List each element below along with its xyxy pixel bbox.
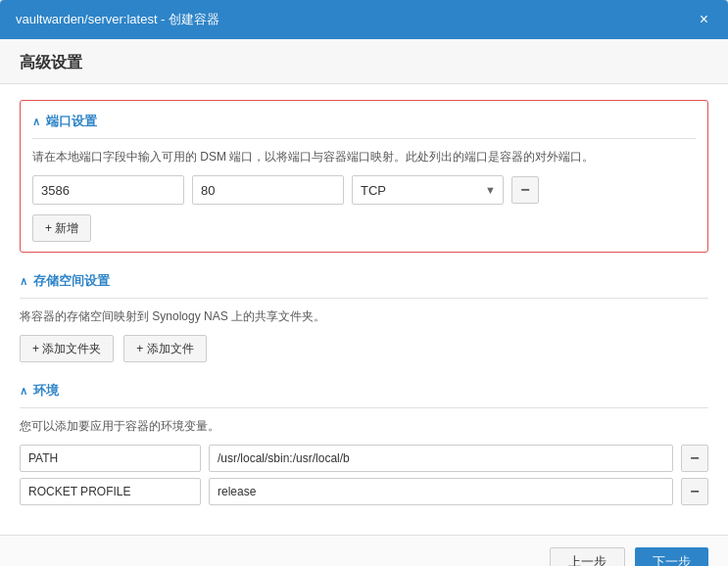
storage-section: ∧ 存储空间设置 将容器的存储空间映射到 Synology NAS 上的共享文件… <box>20 272 708 362</box>
storage-section-header[interactable]: ∧ 存储空间设置 <box>20 272 708 290</box>
dialog-container: vaultwarden/server:latest - 创建容器 × 高级设置 … <box>0 0 728 566</box>
port-row: TCP UDP ▼ − <box>32 175 696 205</box>
env-row-0: − <box>20 445 708 472</box>
minus-icon: − <box>520 181 529 199</box>
remove-port-button[interactable]: − <box>511 176 539 204</box>
env-key-1[interactable] <box>20 478 201 505</box>
port-section-desc: 请在本地端口字段中输入可用的 DSM 端口，以将端口与容器端口映射。此处列出的端… <box>32 149 696 165</box>
port-section: ∧ 端口设置 请在本地端口字段中输入可用的 DSM 端口，以将端口与容器端口映射… <box>20 100 708 253</box>
storage-buttons: + 添加文件夹 + 添加文件 <box>20 335 708 362</box>
env-key-0[interactable] <box>20 445 201 472</box>
env-value-0[interactable] <box>209 445 673 472</box>
protocol-select-wrapper: TCP UDP ▼ <box>352 175 504 205</box>
port-chevron-icon: ∧ <box>32 116 40 128</box>
storage-chevron-icon: ∧ <box>20 275 27 288</box>
dialog-title: vaultwarden/server:latest - 创建容器 <box>16 11 219 28</box>
dialog-body: ∧ 端口设置 请在本地端口字段中输入可用的 DSM 端口，以将端口与容器端口映射… <box>0 84 728 535</box>
local-port-input[interactable] <box>32 175 184 205</box>
minus-icon-env-1: − <box>690 483 699 500</box>
protocol-select[interactable]: TCP UDP <box>352 175 504 205</box>
env-section-desc: 您可以添加要应用于容器的环境变量。 <box>20 418 708 435</box>
env-row-1: − <box>20 478 708 505</box>
remove-env-0-button[interactable]: − <box>681 445 708 472</box>
close-button[interactable]: × <box>696 10 712 29</box>
port-section-header[interactable]: ∧ 端口设置 <box>32 113 696 130</box>
add-port-button[interactable]: + 新增 <box>32 214 91 242</box>
dialog-footer: 上一步 下一步 <box>0 535 728 566</box>
minus-icon-env-0: − <box>690 449 699 467</box>
dialog-header: 高级设置 <box>0 39 728 84</box>
dialog-titlebar: vaultwarden/server:latest - 创建容器 × <box>0 0 728 39</box>
env-value-1[interactable] <box>209 478 673 505</box>
add-folder-button[interactable]: + 添加文件夹 <box>20 335 114 362</box>
port-section-label: 端口设置 <box>46 113 97 130</box>
env-section-header[interactable]: ∧ 环境 <box>20 382 708 400</box>
remove-env-1-button[interactable]: − <box>681 478 708 505</box>
prev-button[interactable]: 上一步 <box>550 547 625 566</box>
env-section: ∧ 环境 您可以添加要应用于容器的环境变量。 − − <box>20 382 708 505</box>
port-divider <box>32 138 696 139</box>
env-divider <box>20 407 708 408</box>
next-button[interactable]: 下一步 <box>635 547 708 566</box>
container-port-input[interactable] <box>192 175 344 205</box>
env-section-label: 环境 <box>33 382 59 400</box>
storage-section-desc: 将容器的存储空间映射到 Synology NAS 上的共享文件夹。 <box>20 308 708 325</box>
page-title: 高级设置 <box>20 53 708 73</box>
env-chevron-icon: ∧ <box>20 385 27 398</box>
storage-section-label: 存储空间设置 <box>33 272 110 290</box>
storage-divider <box>20 298 708 299</box>
add-file-button[interactable]: + 添加文件 <box>123 335 206 362</box>
